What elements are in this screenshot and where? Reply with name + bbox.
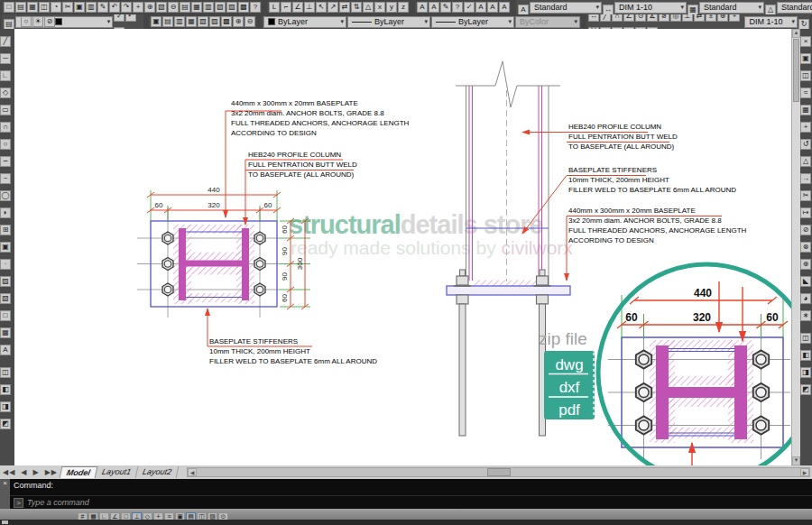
layer-on-off-icon[interactable]: ○ [21,16,32,27]
layer-lock-icon[interactable]: ⊘ [44,16,55,27]
dim-angular-icon[interactable]: ◎ [670,14,681,22]
ucs-icon[interactable]: L [269,2,280,13]
polyline-icon[interactable]: ∟ [0,70,11,81]
layer-walk-icon[interactable]: ▩ [221,16,232,27]
tab-model[interactable]: Model [60,466,98,478]
ucs-3point-icon[interactable]: △ [363,2,374,13]
draworder-under-icon[interactable]: ◩ [800,384,811,395]
dim-style-dropdown[interactable]: DIM 1-10 ▾ [614,2,687,14]
hatch-icon[interactable]: ▨ [0,276,11,287]
bring-to-front-icon[interactable]: ◫ [0,367,11,378]
color-control-dropdown[interactable]: ByLayer ▾ [263,16,346,28]
layer-isolate-icon[interactable]: ▣ [151,16,161,27]
zoom-realtime-icon[interactable]: ⊕ [144,2,155,13]
format-pdf[interactable]: pdf [558,401,580,419]
layer-delete-icon[interactable]: ⊖ [245,16,255,27]
scroll-down-icon[interactable]: ▼ [792,456,800,465]
trim-icon[interactable]: ✂ [800,190,811,201]
tab-nav-first-icon[interactable]: ◀◀ [0,468,18,476]
undo-icon[interactable]: ↶ [109,2,120,13]
text-style-dropdown[interactable]: Standard ▾ [530,2,602,14]
layer-freeze-icon[interactable]: ▥ [174,16,185,27]
markup-icon[interactable]: ▨ [226,2,237,13]
dim-diameter-icon[interactable]: ⌀ [659,14,669,22]
horizontal-scrollbar[interactable]: ◀ ▶ [187,467,810,477]
join-icon[interactable]: ⊕ [800,259,811,270]
save-icon[interactable]: ▦ [27,2,38,13]
help-icon[interactable]: ? [250,2,261,13]
scale-text-icon[interactable]: A [475,2,486,13]
justify-text-icon[interactable]: A [487,2,498,13]
layer-off-icon[interactable]: ▦ [186,16,197,27]
construction-line-icon[interactable]: ─ [0,53,11,64]
dim-update-icon[interactable]: ↻ [798,19,809,29]
paste-icon[interactable]: ▥ [86,2,97,13]
text-style-icon[interactable]: A [518,5,529,14]
dimension-style-icon[interactable]: ↔ [603,5,614,14]
scale-icon[interactable]: △ [800,156,811,167]
plot-icon[interactable]: ◫ [39,2,50,13]
layer-freeze-thaw-icon[interactable]: ☀ [32,16,43,27]
design-center-icon[interactable]: ▦ [191,2,202,13]
offset-icon[interactable]: ≈ [800,88,811,98]
dim-ordinate-icon[interactable]: ∠ [623,14,634,22]
properties-icon[interactable]: ▤ [180,2,190,13]
revision-cloud-icon[interactable]: ∽ [0,156,11,167]
redo-icon[interactable]: ↷ [121,2,132,13]
polygon-icon[interactable]: ◇ [0,88,11,98]
ucs-z-axis-icon[interactable]: ⇅ [351,2,362,13]
find-text-icon[interactable]: ? [452,2,463,13]
tab-layout2[interactable]: Layout2 [136,466,180,478]
scroll-left-icon[interactable]: ◀ [188,468,197,476]
quick-dimension-icon[interactable]: ⊥ [682,14,693,22]
layer-properties-manager-icon[interactable]: ▤ [4,19,14,29]
tab-layout1[interactable]: Layout1 [96,466,139,478]
draworder-front-icon[interactable]: ◫ [800,333,811,344]
new-icon[interactable]: □ [4,2,14,13]
break-at-point-icon[interactable]: ⊘ [800,225,811,235]
edit-text-icon[interactable]: ✎ [440,2,451,13]
lineweight-control-dropdown[interactable]: ByLayer ▾ [431,16,514,28]
zoom-previous-icon[interactable]: ⊖ [168,2,179,13]
multileader-style-icon[interactable]: △ [765,5,776,14]
table-style-dropdown[interactable]: Standard ▾ [699,2,764,14]
sheet-set-manager-icon[interactable]: ▧ [215,2,226,13]
ucs-z-icon[interactable]: z [398,2,409,13]
pan-icon[interactable]: + [133,2,143,13]
vertical-scroll-thumb[interactable] [793,39,799,102]
gradient-icon[interactable]: ▧ [0,293,11,304]
spell-check-icon[interactable]: ✓ [464,2,475,13]
erase-icon[interactable]: × [800,36,811,47]
ellipse-icon[interactable]: ◯ [0,190,11,201]
tab-nav-prev-icon[interactable]: ◀ [18,468,30,476]
line-icon[interactable]: ╱ [0,36,11,47]
chamfer-icon[interactable]: ◣ [800,276,811,287]
open-icon[interactable]: ▤ [15,2,26,13]
copy-clip-icon[interactable]: ▣ [74,2,85,13]
tab-nav-last-icon[interactable]: ▶▶ [42,468,60,476]
layer-unlock-icon[interactable]: ▨ [209,16,220,27]
ucs-world-icon[interactable]: ⌐ [281,2,291,13]
move-icon[interactable]: + [800,122,811,133]
table-icon[interactable]: ▦ [0,327,11,338]
dim-jogged-icon[interactable]: ∡ [647,14,658,22]
layer-dropdown[interactable]: ○☀⊘ ▾ [15,16,113,28]
make-block-icon[interactable]: ▣ [0,242,11,253]
dim-aligned-icon[interactable]: ╱ [600,14,611,22]
ucs-previous-icon[interactable]: ∠ [292,2,303,13]
single-line-text-icon[interactable]: A [429,2,439,13]
bring-above-objects-icon[interactable]: ◨ [0,401,11,412]
region-icon[interactable]: □ [0,310,11,321]
circle-icon[interactable]: ○ [0,139,11,150]
quick-calc-icon[interactable]: ▩ [238,2,249,13]
send-to-back-icon[interactable]: ◧ [0,384,11,395]
dimension-style-dropdown[interactable]: DIM 1-10 ▾ [744,16,798,28]
ucs-origin-icon[interactable]: ⇄ [339,2,350,13]
drawing-canvas[interactable]: structuraldetails store ready made solut… [14,29,791,465]
dim-arc-length-icon[interactable]: ∩ [612,14,623,22]
mleader-style-dropdown[interactable]: Standard ▾ [777,2,812,14]
ellipse-arc-icon[interactable]: ◗ [0,207,11,218]
send-under-objects-icon[interactable]: ◩ [0,419,11,429]
dim-baseline-icon[interactable]: ⇄ [694,14,705,22]
zoom-window-icon[interactable]: ▧ [156,2,167,13]
